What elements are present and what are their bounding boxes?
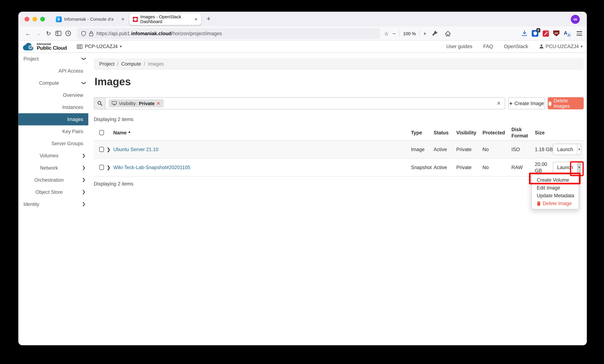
close-tab-icon[interactable]: ✕: [194, 17, 198, 21]
sidebar-item-overview[interactable]: Overview: [18, 89, 91, 101]
tab-infomaniak-console[interactable]: k Infomaniak - Console d'administ ✕: [56, 16, 125, 22]
column-type[interactable]: Type: [411, 130, 434, 135]
faq-link[interactable]: FAQ: [483, 44, 493, 49]
translate-extension-icon[interactable]: A あ: [564, 30, 571, 37]
image-link[interactable]: Wiki-Teck-Lab-Snapshot#20201105: [113, 165, 190, 170]
launch-dropdown-toggle[interactable]: ▾: [577, 144, 581, 155]
sidebar-item-identity[interactable]: Identity ❯: [18, 198, 91, 210]
zoom-window-button[interactable]: [40, 17, 45, 21]
close-window-button[interactable]: [25, 17, 29, 21]
sidebar-item-orchestration[interactable]: Orchestration ❯: [18, 174, 91, 186]
lock-icon[interactable]: [89, 31, 93, 36]
launch-dropdown-toggle-open[interactable]: ▾: [577, 162, 581, 173]
downloads-icon[interactable]: [521, 30, 527, 36]
menu-item-edit-image[interactable]: Edit Image: [532, 184, 579, 192]
launch-button[interactable]: Launch: [553, 144, 577, 155]
search-clear-icon[interactable]: ✕: [497, 100, 505, 106]
items-count-bottom: Displaying 2 items: [94, 181, 584, 187]
trash-icon: [537, 201, 541, 206]
row-expand-icon[interactable]: ❯: [104, 147, 113, 152]
column-size[interactable]: Size: [535, 129, 553, 136]
translate-kana: あ: [567, 33, 571, 37]
minimize-window-button[interactable]: [33, 17, 37, 21]
sidebar-item-key-pairs[interactable]: Key Pairs: [18, 125, 91, 138]
column-name[interactable]: Name▲: [113, 130, 411, 135]
wrench-icon[interactable]: [432, 31, 437, 36]
delete-images-label: Delete Images: [554, 98, 583, 109]
page-title: Images: [95, 76, 584, 88]
cloud-logo-icon: [23, 42, 34, 51]
back-button[interactable]: ←: [23, 30, 33, 37]
bitwarden-badge: 2: [536, 28, 540, 33]
menu-hamburger-icon[interactable]: [577, 31, 582, 36]
column-protected[interactable]: Protected: [482, 130, 511, 135]
launch-button[interactable]: Launch: [553, 162, 577, 173]
close-tab-icon[interactable]: ✕: [121, 17, 125, 21]
breadcrumb-compute[interactable]: Compute: [121, 61, 141, 67]
ublock-origin-icon[interactable]: uo: [553, 30, 559, 36]
extension-icons: 2 uo A あ: [521, 30, 582, 37]
delete-images-button[interactable]: Delete Images: [548, 97, 584, 109]
history-clock-icon[interactable]: [65, 30, 71, 36]
chevron-down-icon: ❯: [81, 57, 86, 61]
sidebar-item-instances[interactable]: Instances: [18, 101, 91, 113]
cell-disk-format: RAW: [511, 164, 535, 170]
wand-extension-icon[interactable]: [543, 30, 549, 37]
reload-button[interactable]: ↻: [43, 30, 53, 37]
openstack-link[interactable]: OpenStack: [504, 44, 528, 49]
home-icon[interactable]: [445, 31, 451, 36]
search-icon[interactable]: [94, 98, 105, 109]
public-cloud-logo[interactable]: Infomaniak Public Cloud: [23, 42, 67, 51]
select-all-checkbox[interactable]: [94, 130, 104, 135]
row-checkbox[interactable]: [94, 165, 104, 170]
project-switcher[interactable]: PCP-U2CAZJ4 ▾: [77, 44, 122, 49]
tab-openstack-images[interactable]: Images - OpenStack Dashboard ✕: [129, 13, 201, 25]
column-disk-format[interactable]: Disk Format: [511, 126, 535, 139]
table-row: ❯ Wiki-Teck-Lab-Snapshot#20201105 Snapsh…: [94, 159, 584, 176]
breadcrumb-separator: /: [117, 61, 119, 67]
filter-chip-visibility[interactable]: Visibility: Private ✕: [109, 99, 164, 107]
bitwarden-extension-icon[interactable]: 2: [532, 30, 538, 37]
forward-button[interactable]: →: [33, 30, 43, 37]
bookmark-star-icon[interactable]: ☆: [384, 30, 389, 37]
chip-remove-icon[interactable]: ✕: [156, 101, 160, 106]
zoom-in-button[interactable]: +: [423, 30, 426, 37]
create-image-button[interactable]: + Create Image: [508, 97, 545, 109]
new-tab-button[interactable]: +: [207, 15, 211, 23]
sidebar-item-api-access[interactable]: API Access: [18, 65, 91, 77]
sidebar-toggle-icon[interactable]: [55, 31, 61, 36]
menu-item-delete-image[interactable]: Delete Image: [532, 200, 579, 207]
sidebar-item-images[interactable]: Images: [18, 113, 88, 125]
sidebar-item-volumes[interactable]: Volumes ❯: [18, 150, 91, 162]
tab-strip: k Infomaniak - Console d'administ ✕ Imag…: [18, 12, 587, 26]
cell-protected: No: [482, 165, 511, 170]
zoom-level[interactable]: 100 %: [403, 31, 416, 36]
column-visibility[interactable]: Visibility: [456, 130, 482, 135]
shield-icon[interactable]: [81, 31, 86, 36]
column-status[interactable]: Status: [434, 130, 456, 135]
sidebar-item-compute[interactable]: Compute ❯: [18, 77, 91, 89]
row-expand-icon[interactable]: ❯: [104, 165, 113, 170]
search-input[interactable]: Visibility: Private ✕ ✕: [94, 97, 505, 109]
sidebar-item-server-groups[interactable]: Server Groups: [18, 138, 91, 150]
address-bar[interactable]: https://api.pub1.infomaniak.cloud/horizo…: [77, 28, 380, 39]
breadcrumb-project[interactable]: Project: [99, 61, 114, 67]
sidebar-item-project[interactable]: Project ❯: [18, 53, 91, 65]
user-menu[interactable]: PCU-U2CAZJ4 ▾: [539, 44, 582, 49]
nav-label: Project: [24, 56, 38, 62]
menu-item-update-metadata[interactable]: Update Metadata: [532, 192, 579, 200]
image-name-link: Ubuntu Server 21.10: [113, 147, 411, 152]
cell-status: Active: [434, 165, 456, 170]
row-checkbox[interactable]: [94, 147, 104, 152]
items-count-top: Displaying 2 items: [94, 117, 584, 122]
user-guides-link[interactable]: User guides: [446, 44, 472, 49]
zoom-out-button[interactable]: −: [392, 30, 396, 37]
url-text: https://api.pub1.infomaniak.cloud/horizo…: [97, 31, 222, 36]
nav-label: Object Store: [36, 189, 63, 195]
sidebar-item-network[interactable]: Network ❯: [18, 162, 91, 174]
image-link[interactable]: Ubuntu Server 21.10: [113, 147, 158, 152]
window-controls: [25, 17, 45, 21]
menu-item-create-volume[interactable]: Create Volume: [532, 176, 579, 184]
sidebar-item-object-store[interactable]: Object Store ❯: [18, 186, 91, 198]
cell-type: Image: [411, 147, 434, 152]
